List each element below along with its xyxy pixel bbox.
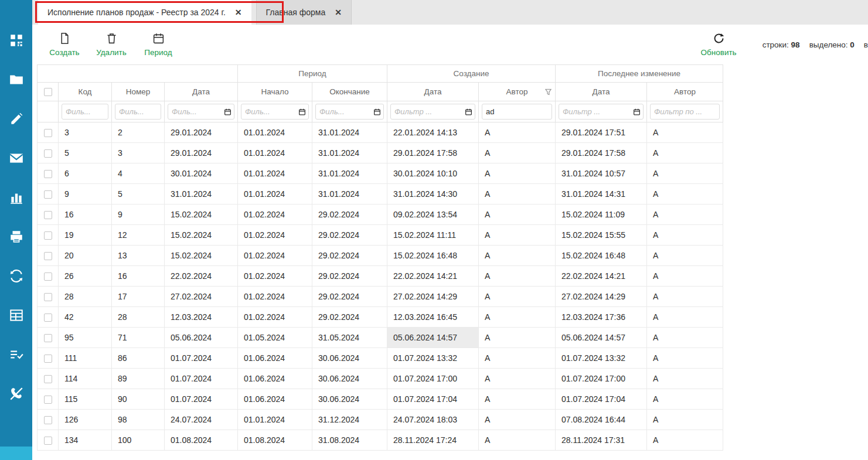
table-row[interactable]: 201315.02.202401.02.202429.02.202415.02.… — [38, 246, 723, 266]
tab-sales-plan-registry[interactable]: Исполнение планов продаж - Реестр за 202… — [38, 0, 251, 25]
end-filter-input[interactable] — [315, 104, 384, 120]
cell[interactable]: A — [647, 410, 723, 430]
cell[interactable]: A — [647, 287, 723, 307]
table-row[interactable]: 1148901.07.202401.06.202430.06.202401.07… — [38, 369, 723, 389]
cell[interactable]: A — [479, 143, 556, 163]
col-header-end[interactable]: Окончание — [312, 83, 387, 101]
cell[interactable]: 28 — [112, 307, 165, 328]
cell[interactable]: 30.06.2024 — [312, 348, 387, 369]
cell[interactable]: 114 — [59, 369, 112, 389]
cell[interactable]: 01.07.2024 13:32 — [387, 348, 479, 369]
cell[interactable]: 22.02.2024 — [165, 266, 238, 287]
cell[interactable]: 29.02.2024 — [312, 246, 387, 266]
row-checkbox[interactable] — [44, 252, 52, 260]
cell[interactable]: 30.01.2024 — [165, 163, 238, 184]
cell[interactable]: 98 — [112, 410, 165, 430]
col-header-code[interactable]: Код — [59, 83, 112, 101]
cell[interactable]: A — [479, 205, 556, 225]
col-header-change-author[interactable]: Автор — [647, 83, 723, 101]
cell[interactable]: A — [647, 328, 723, 348]
cell[interactable]: 01.07.2024 17:04 — [556, 389, 647, 410]
cell[interactable]: 05.06.2024 14:57 — [387, 328, 479, 348]
cell[interactable]: 27.02.2024 14:29 — [556, 287, 647, 307]
cell[interactable]: 13 — [112, 246, 165, 266]
cell[interactable]: 31.01.2024 — [165, 184, 238, 205]
cell[interactable]: A — [479, 225, 556, 246]
cell[interactable]: 01.08.2024 — [238, 430, 312, 451]
cell[interactable]: 07.08.2024 16:44 — [556, 410, 647, 430]
creation-author-filter-input[interactable] — [482, 104, 552, 120]
cell[interactable]: 6 — [59, 163, 112, 184]
table-row[interactable]: 6430.01.202401.01.202431.01.202430.01.20… — [38, 163, 723, 184]
cell[interactable]: A — [479, 184, 556, 205]
cell[interactable]: 29.01.2024 — [165, 122, 238, 143]
cell[interactable]: 31.05.2024 — [312, 328, 387, 348]
sync-icon[interactable] — [9, 268, 24, 284]
cell[interactable]: A — [647, 143, 723, 163]
cell[interactable]: A — [479, 163, 556, 184]
cell[interactable]: 29.01.2024 17:51 — [556, 122, 647, 143]
cell[interactable]: 90 — [112, 389, 165, 410]
table-row[interactable]: 1118601.07.202401.06.202430.06.202401.07… — [38, 348, 723, 369]
cell[interactable]: 9 — [112, 205, 165, 225]
cell[interactable]: 01.02.2024 — [238, 307, 312, 328]
cell[interactable]: 15.02.2024 — [165, 246, 238, 266]
col-header-number[interactable]: Номер — [112, 83, 165, 101]
qr-code-icon[interactable] — [9, 33, 24, 48]
table-row[interactable]: 422812.03.202401.02.202429.02.202412.03.… — [38, 307, 723, 328]
cell[interactable]: 22.02.2024 14:21 — [387, 266, 479, 287]
create-button[interactable]: Создать — [47, 32, 81, 57]
row-checkbox[interactable] — [44, 129, 52, 137]
cell[interactable]: 31.01.2024 14:30 — [387, 184, 479, 205]
cell[interactable]: 01.01.2024 — [238, 410, 312, 430]
row-checkbox[interactable] — [44, 231, 52, 240]
row-checkbox[interactable] — [44, 375, 52, 383]
cell[interactable]: 01.01.2024 — [238, 122, 312, 143]
cell[interactable]: 01.07.2024 — [165, 369, 238, 389]
code-filter-input[interactable] — [62, 104, 108, 120]
cell[interactable]: 134 — [59, 430, 112, 451]
cell[interactable]: 31.01.2024 — [312, 163, 387, 184]
cell[interactable]: 01.07.2024 — [165, 348, 238, 369]
cell[interactable]: A — [647, 205, 723, 225]
cell[interactable]: 01.02.2024 — [238, 225, 312, 246]
cell[interactable]: 28.11.2024 17:31 — [556, 430, 647, 451]
cell[interactable]: 16 — [59, 205, 112, 225]
cell[interactable]: A — [647, 307, 723, 328]
cell[interactable]: 01.01.2024 — [238, 143, 312, 163]
pencil-icon[interactable] — [9, 111, 24, 127]
cell[interactable]: A — [479, 369, 556, 389]
cell[interactable]: A — [479, 410, 556, 430]
row-checkbox[interactable] — [44, 149, 52, 158]
cell[interactable]: 71 — [112, 328, 165, 348]
cell[interactable]: 01.06.2024 — [238, 369, 312, 389]
cell[interactable]: 01.05.2024 — [238, 328, 312, 348]
cell[interactable]: 01.01.2024 — [238, 184, 312, 205]
col-header-creation-author[interactable]: Автор — [479, 83, 556, 101]
cell[interactable]: 28 — [59, 287, 112, 307]
cell[interactable]: 01.02.2024 — [238, 287, 312, 307]
cell[interactable]: 89 — [112, 369, 165, 389]
cell[interactable]: 24.07.2024 18:03 — [387, 410, 479, 430]
date-filter-input[interactable] — [168, 104, 234, 120]
cell[interactable]: 15.02.2024 — [165, 225, 238, 246]
row-checkbox[interactable] — [44, 190, 52, 199]
cell[interactable]: 86 — [112, 348, 165, 369]
cell[interactable]: A — [479, 348, 556, 369]
cell[interactable]: 01.02.2024 — [238, 266, 312, 287]
row-checkbox[interactable] — [44, 272, 52, 281]
cell[interactable]: 15.02.2024 11:09 — [556, 205, 647, 225]
table-row[interactable]: 13410001.08.202401.08.202431.08.202428.1… — [38, 430, 723, 451]
cell[interactable]: A — [479, 122, 556, 143]
cell[interactable]: 29.01.2024 17:58 — [556, 143, 647, 163]
cell[interactable]: 126 — [59, 410, 112, 430]
row-checkbox[interactable] — [44, 396, 52, 404]
cell[interactable]: 31.12.2024 — [312, 410, 387, 430]
table-icon[interactable] — [9, 308, 24, 323]
cell[interactable]: 01.07.2024 13:32 — [556, 348, 647, 369]
bar-chart-icon[interactable] — [9, 190, 24, 205]
cell[interactable]: A — [647, 389, 723, 410]
select-all-checkbox[interactable] — [44, 88, 52, 96]
number-filter-input[interactable] — [115, 104, 161, 120]
cell[interactable]: 30.01.2024 10:10 — [387, 163, 479, 184]
